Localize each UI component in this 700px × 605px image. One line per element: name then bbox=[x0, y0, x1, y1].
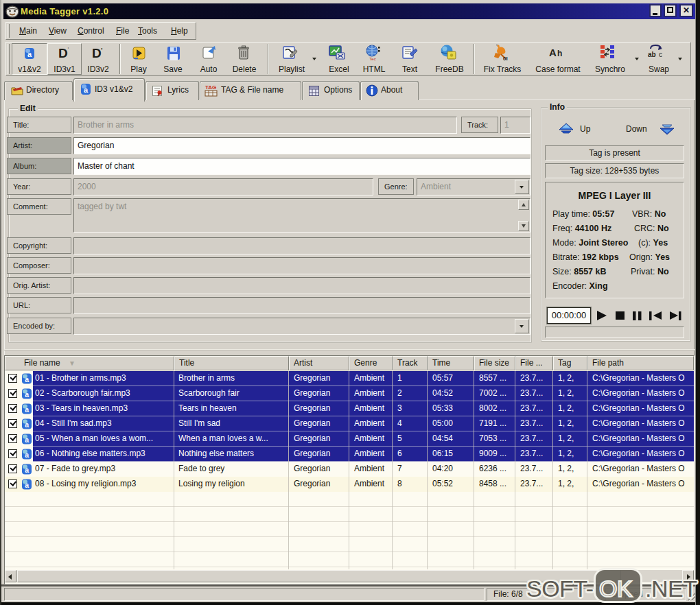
svg-text:ʼ: ʼ bbox=[101, 47, 103, 54]
svg-text:0I: 0I bbox=[503, 56, 508, 61]
svg-text:D: D bbox=[92, 46, 102, 60]
svg-text:Tec: Tec bbox=[369, 57, 375, 61]
svg-text:ʾ: ʾ bbox=[67, 47, 69, 54]
svg-text:a: a bbox=[25, 420, 29, 429]
svg-text:D: D bbox=[58, 46, 68, 60]
svg-text:a: a bbox=[27, 50, 32, 58]
svg-text:c: c bbox=[659, 51, 662, 58]
svg-text:a: a bbox=[25, 481, 29, 489]
svg-text:TAG: TAG bbox=[205, 84, 216, 91]
svg-text:a: a bbox=[25, 451, 29, 459]
svg-text:ab: ab bbox=[648, 51, 656, 58]
svg-text:a: a bbox=[25, 466, 29, 474]
svg-text:h: h bbox=[557, 49, 562, 58]
svg-text:a: a bbox=[84, 86, 89, 94]
svg-text:a: a bbox=[25, 405, 29, 414]
svg-text:a: a bbox=[25, 436, 29, 444]
svg-text:a: a bbox=[25, 375, 29, 383]
svg-text:A: A bbox=[549, 47, 557, 58]
svg-text:a: a bbox=[25, 390, 29, 399]
